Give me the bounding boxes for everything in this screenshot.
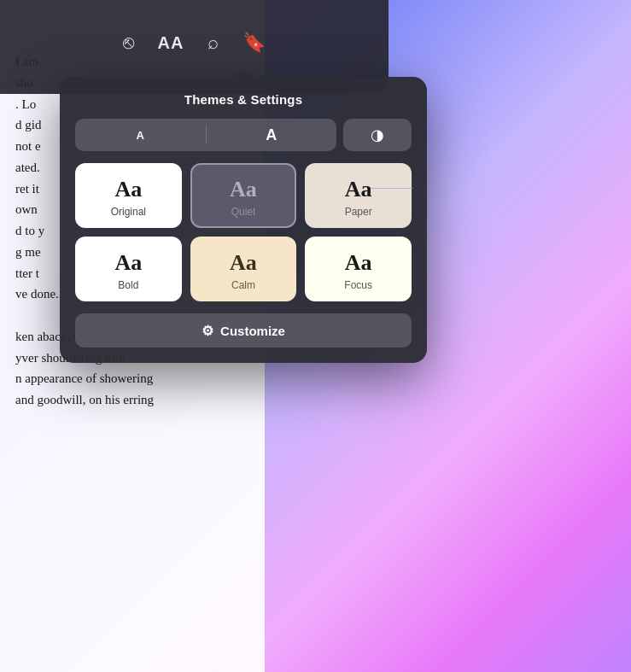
theme-quiet-label: Quiet	[231, 206, 256, 218]
theme-calm[interactable]: Aa Calm	[190, 237, 297, 301]
theme-quiet[interactable]: Aa Quiet	[190, 163, 297, 228]
themes-settings-popup: Themes & Settings A A ◑ Aa Original Aa Q…	[60, 77, 427, 363]
font-size-toggle[interactable]: A A	[75, 119, 336, 151]
theme-paper[interactable]: Aa Paper	[305, 163, 412, 228]
theme-bold[interactable]: Aa Bold	[75, 237, 182, 301]
share-icon[interactable]: ⎋	[123, 32, 134, 54]
theme-focus[interactable]: Aa Focus	[305, 237, 412, 301]
theme-quiet-aa: Aa	[230, 177, 257, 202]
gear-icon: ⚙	[202, 323, 213, 339]
font-increase-button[interactable]: A	[207, 119, 337, 151]
theme-paper-aa: Aa	[345, 177, 372, 202]
popup-title: Themes & Settings	[75, 92, 412, 107]
toggle-row: A A ◑	[75, 119, 412, 151]
theme-bold-label: Bold	[118, 279, 138, 291]
theme-focus-aa: Aa	[345, 250, 372, 276]
customize-button[interactable]: ⚙ Customize	[75, 313, 412, 348]
theme-original-aa: Aa	[114, 177, 142, 202]
theme-bold-aa: Aa	[114, 250, 142, 276]
theme-calm-aa: Aa	[230, 250, 257, 276]
search-icon[interactable]: ⌕	[207, 32, 219, 54]
font-size-icon[interactable]: AA	[158, 33, 184, 53]
theme-original-label: Original	[111, 206, 146, 218]
theme-grid: Aa Original Aa Quiet Aa Paper Aa Bold Aa…	[75, 163, 412, 301]
theme-original[interactable]: Aa Original	[75, 163, 182, 228]
contrast-button[interactable]: ◑	[343, 119, 412, 151]
theme-calm-label: Calm	[231, 279, 255, 291]
customize-label: Customize	[220, 324, 285, 338]
theme-focus-label: Focus	[344, 279, 372, 291]
contrast-icon: ◑	[371, 126, 384, 144]
font-decrease-button[interactable]: A	[75, 119, 206, 151]
theme-paper-label: Paper	[345, 206, 372, 218]
side-indicator	[371, 188, 413, 189]
bookmark-icon[interactable]: 🔖	[242, 32, 266, 54]
